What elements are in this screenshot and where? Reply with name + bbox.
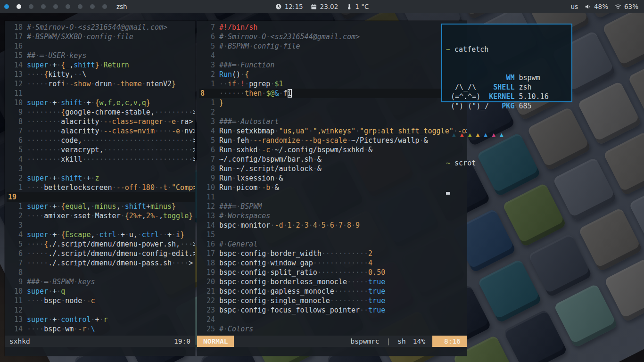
- code-line: 4········xkill··························…: [7, 155, 195, 164]
- date-module: 23.02: [311, 3, 339, 10]
- line-number: 9: [7, 277, 23, 287]
- workspace-dot[interactable]: [29, 4, 33, 9]
- code-line: 3###═·Autostart: [199, 117, 467, 126]
- wifi-value: 63%: [624, 3, 638, 10]
- code-line: 10Run·picom·-b·&: [199, 183, 467, 192]
- line-number: 4: [199, 51, 215, 60]
- fetch-value: 685: [514, 102, 531, 110]
- fetch-value: bspwm: [514, 74, 540, 82]
- line-number: 4: [199, 126, 215, 136]
- palette-triangle-icon: ▲: [460, 131, 464, 138]
- code-line: 8········alacritty·--class=ranger·-e·ra>: [7, 117, 195, 126]
- statusline-cursor-position: 8:16: [432, 336, 467, 347]
- code-line: 6········code,··························…: [7, 136, 195, 145]
- code-line: 12: [7, 305, 195, 315]
- workspace-dot[interactable]: [4, 4, 9, 9]
- code-buffer-bspwmrc: 7#!/bin/sh6#·Smirnov-O·<ss2316544@gmail.…: [197, 21, 467, 336]
- line-number: 12: [199, 202, 215, 211]
- workspace-dot[interactable]: [90, 4, 95, 9]
- workspace-dot[interactable]: [41, 4, 46, 9]
- line-number: 8: [7, 117, 23, 126]
- fetch-output: WM bspwm /\_/\ SHELL zsh(=^.^=) KERNEL 5…: [446, 73, 568, 111]
- command-catfetch: catfetch: [454, 45, 488, 54]
- line-number: 13: [7, 315, 23, 324]
- shell-prompt: ~: [446, 45, 450, 54]
- line-number: 22: [199, 296, 215, 305]
- fetch-row: (") (")_/PKG 685: [451, 101, 568, 111]
- line-number: 1: [199, 79, 215, 89]
- status-bar: zsh 12:15 23.02 1 °C us 48% 63%: [0, 0, 644, 13]
- line-number: 8: [199, 89, 218, 98]
- line-number: 2: [199, 70, 215, 79]
- code-line: 16: [7, 41, 195, 51]
- code-line: 16#·General: [199, 239, 467, 249]
- line-number: 8: [199, 164, 215, 173]
- code-line: 18#·Smirnov-O·<ss2316544@gmail.com>: [7, 23, 195, 32]
- temperature-value: 1 °C: [355, 3, 369, 10]
- line-number: 6: [199, 145, 215, 155]
- wifi-icon: [615, 3, 621, 10]
- line-number: 15: [199, 230, 215, 239]
- workspace-dot[interactable]: [53, 4, 58, 9]
- line-number: 16: [199, 239, 215, 249]
- code-line: 22bspc·config·single_monocle·········tru…: [199, 296, 467, 305]
- line-number: 11: [199, 192, 215, 202]
- code-line: 4: [199, 51, 467, 60]
- line-number: 1: [7, 183, 23, 192]
- workspace-dot[interactable]: [102, 4, 107, 9]
- line-number: 3: [199, 60, 215, 70]
- workspace-dot[interactable]: [78, 4, 83, 9]
- code-line: 2Run()·{: [199, 70, 467, 79]
- line-number: 25: [199, 324, 215, 334]
- calendar-icon: [311, 3, 317, 10]
- keyboard-layout: us: [570, 3, 578, 10]
- line-number: 4: [7, 155, 23, 164]
- line-number: 15: [7, 51, 23, 60]
- floating-terminal[interactable]: ~ catfetch WM bspwm /\_/\ SHELL zsh(=^.^…: [441, 24, 572, 102]
- line-number: 14: [199, 221, 215, 230]
- terminal-line: ~ catfetch: [446, 45, 568, 54]
- line-number: 21: [199, 287, 215, 296]
- code-buffer-sxhkd: 18#·Smirnov-O·<ss2316544@gmail.com>17#·B…: [5, 21, 195, 336]
- code-line: 1····betterlockscreen·--off·180·-t·"Comp…: [7, 183, 195, 192]
- volume-icon: [585, 3, 591, 10]
- left-terminal-vim-sxhkd[interactable]: 18#·Smirnov-O·<ss2316544@gmail.com>17#·B…: [5, 21, 195, 356]
- line-number: 14: [7, 324, 23, 334]
- code-line: 20bspc·config·borderless_monocle·····tru…: [199, 277, 467, 287]
- code-line: 2····amixer·sset·Master·{2%+,2%-,toggle}: [7, 211, 195, 221]
- cat-ascii-art: /\_/\: [451, 82, 489, 92]
- code-line: 23bspc·config·focus_follows_pointer··tru…: [199, 305, 467, 315]
- code-line: 7~/.config/bspwm/bar.sh·&: [199, 155, 467, 164]
- bar-left-modules: zsh: [0, 3, 127, 10]
- fetch-value: 5.10.16: [514, 92, 548, 101]
- palette-triangle-icon: ▲: [452, 131, 456, 138]
- line-number: 9: [199, 173, 215, 183]
- line-number: 10: [199, 183, 215, 192]
- code-line: 25#·Colors: [199, 324, 467, 334]
- color-triangles: ▲▲▲▲▲▲▲: [446, 130, 568, 140]
- command-scrot: scrot: [454, 159, 476, 167]
- wifi-module: 63%: [615, 3, 638, 10]
- terminal-line: ~ scrot: [446, 158, 568, 168]
- line-number: 24: [199, 315, 215, 324]
- code-line: 7········alacritty·--class=nvim····-e·nv…: [7, 126, 195, 136]
- code-line: 3: [7, 164, 195, 173]
- code-line: 14bspc·monitor·-d·1·2·3·4·5·6·7·8·9: [199, 221, 467, 230]
- code-line: 15##·═·USER·keys: [7, 51, 195, 60]
- code-line: 1}: [199, 98, 467, 107]
- palette-triangle-icon: ▲: [500, 131, 504, 138]
- code-line: 14····bspc·wm·-r·\: [7, 324, 195, 334]
- line-number: 19: [7, 192, 25, 202]
- statusline-filetype: sh: [397, 336, 405, 347]
- statusline-right-group: bspwmrc | sh 14%: [350, 336, 425, 347]
- line-number: 7: [199, 23, 215, 32]
- right-terminal-vim-bspwmrc[interactable]: 7#!/bin/sh6#·Smirnov-O·<ss2316544@gmail.…: [197, 21, 467, 356]
- line-number: 2: [7, 173, 23, 183]
- workspace-dot[interactable]: [17, 4, 21, 9]
- line-number: 8: [7, 268, 23, 277]
- line-number: 4: [7, 230, 23, 239]
- code-line: 24: [199, 315, 467, 324]
- code-line: 11: [7, 89, 195, 98]
- code-line: 14super·+·{_,shift}·Return: [7, 60, 195, 70]
- workspace-dot[interactable]: [66, 4, 70, 9]
